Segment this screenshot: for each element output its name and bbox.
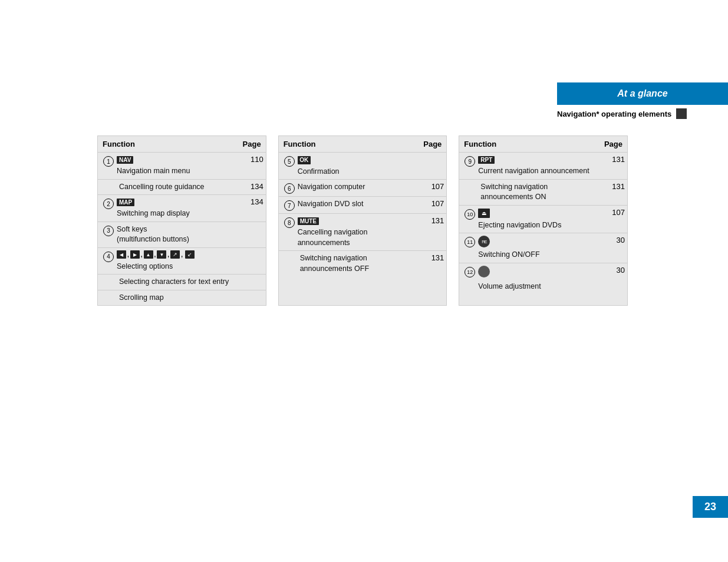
row-num-1: 1 <box>100 155 117 167</box>
table-col-2: Function Page 5 OK Confirmation 6 <box>278 135 447 306</box>
table-header-2: Function Page <box>279 136 447 153</box>
eject-key: ⏏ <box>478 209 490 218</box>
row-func-4: ◀ , ▶ , ▲ , ▼ , ↗ , ↙ Selecting options <box>117 250 242 272</box>
th-function-2: Function <box>284 140 413 148</box>
row-func-2: MAP Switching map display <box>117 197 242 219</box>
rpt-page-1: 131 <box>604 155 627 164</box>
row-num-4: 4 <box>100 250 117 262</box>
arrow-diag: ↗ <box>170 250 180 259</box>
nav-text-1: Navigation main menu <box>117 166 240 177</box>
row-func-5: OK Confirmation <box>298 155 423 177</box>
mute-page-1: 131 <box>423 216 446 225</box>
ok-text: Confirmation <box>298 167 421 177</box>
row-func-8: MUTE Cancelling navigation announcements <box>298 216 423 248</box>
nav-key: NAV <box>117 156 133 164</box>
circle-12: 12 <box>465 267 475 277</box>
nav-computer-text: Navigation computer <box>298 182 421 193</box>
row-func-1: NAV Navigation main menu <box>117 155 242 177</box>
table-row: 9 RPT Current navigation announcement 13… <box>459 153 627 206</box>
circle-4: 4 <box>103 252 114 262</box>
row-func-12: Volume adjustment <box>478 266 604 292</box>
map-text-1: Switching map display <box>117 209 240 219</box>
table-row: 10 ⏏ Ejecting navigation DVDs 107 <box>459 206 627 234</box>
mute-key: MUTE <box>298 217 319 225</box>
table-col-1: Function Page 1 NAV Navigation main menu… <box>97 135 266 306</box>
nav-page-2: 134 <box>242 182 266 191</box>
arrow-keys: ◀ , ▶ , ▲ , ▼ , ↗ , ↙ <box>117 250 240 259</box>
section-title-text: Navigation* operating elements <box>557 110 671 118</box>
row-num-9: 9 <box>462 155 478 167</box>
section-title-box <box>676 108 687 119</box>
row-func-6: Navigation computer <box>298 182 423 193</box>
row-num-2: 2 <box>100 197 117 209</box>
map-key: MAP <box>117 199 134 206</box>
row-func-10: ⏏ Ejecting navigation DVDs <box>478 208 604 231</box>
circle-11: 11 <box>465 237 475 247</box>
circle-3: 3 <box>103 226 114 236</box>
soft-keys-text: Soft keys(multifunction buttons) <box>117 224 240 245</box>
nav-text-2: Cancelling route guidance <box>119 182 240 193</box>
table-row: 1 NAV Navigation main menu 110 Cancellin… <box>98 153 266 195</box>
circle-9: 9 <box>465 156 475 167</box>
row-func-11: P/E Switching ON/OFF <box>478 236 604 260</box>
row-num-8: 8 <box>281 216 298 228</box>
vol-key <box>478 266 490 277</box>
mute-page-2: 131 <box>423 253 446 262</box>
th-page-3: Page <box>593 140 622 148</box>
circle-2: 2 <box>103 199 114 209</box>
row-func-9: RPT Current navigation announcement <box>478 155 604 177</box>
th-page-1: Page <box>232 140 261 148</box>
page-number: 23 <box>693 496 728 518</box>
row-num-11: 11 <box>462 236 478 247</box>
row-num-5: 5 <box>281 155 298 167</box>
at-a-glance-title: At a glance <box>557 82 728 105</box>
table-row: 7 Navigation DVD slot 107 <box>279 197 447 214</box>
rpt-key: RPT <box>478 156 495 164</box>
arrow-left: ◀ <box>117 250 126 259</box>
circle-1: 1 <box>103 156 114 167</box>
eject-page: 107 <box>604 208 627 217</box>
vol-text: Volume adjustment <box>478 282 601 292</box>
circle-5: 5 <box>284 156 295 167</box>
row-num-6: 6 <box>281 182 298 194</box>
circle-7: 7 <box>284 200 295 211</box>
table-row: 5 OK Confirmation <box>279 153 447 180</box>
onoff-page: 30 <box>604 236 627 244</box>
header-banner: At a glance Navigation* operating elemen… <box>557 82 728 123</box>
row-num-3: 3 <box>100 224 117 236</box>
row-func-3: Soft keys(multifunction buttons) <box>117 224 242 245</box>
arrows-text-2: Selecting characters for text entry <box>119 277 240 287</box>
row-func-1b: Cancelling route guidance <box>119 182 242 193</box>
circle-8: 8 <box>284 217 295 228</box>
table-row: 6 Navigation computer 107 <box>279 180 447 197</box>
nav-page-1: 110 <box>242 155 266 164</box>
arrow-up: ▲ <box>144 250 153 259</box>
row-num-10: 10 <box>462 208 478 220</box>
arrows-text-3: Scrolling map <box>119 293 240 303</box>
circle-6: 6 <box>284 183 295 194</box>
row-num-7: 7 <box>281 199 298 211</box>
ok-key: OK <box>298 156 311 164</box>
table-row: 11 P/E Switching ON/OFF 30 <box>459 233 627 263</box>
mute-text-2: Switching navigation announcements OFF <box>300 253 421 274</box>
onoff-text: Switching ON/OFF <box>478 250 601 260</box>
table-row: 4 ◀ , ▶ , ▲ , ▼ , ↗ , ↙ <box>98 248 266 306</box>
vol-page: 30 <box>604 266 627 275</box>
th-function-3: Function <box>464 140 593 148</box>
rpt-text-2: Switching navigation announcements ON <box>480 182 601 203</box>
arrows-text-1: Selecting options <box>117 262 240 272</box>
arrow-right: ▶ <box>130 250 140 259</box>
section-title: Navigation* operating elements <box>557 105 728 123</box>
th-page-2: Page <box>412 140 442 148</box>
table-header-1: Function Page <box>98 136 266 153</box>
rpt-text-1: Current navigation announcement <box>478 166 601 177</box>
nav-computer-page: 107 <box>423 182 446 191</box>
row-func-4b: Selecting characters for text entry <box>119 277 242 287</box>
row-func-7: Navigation DVD slot <box>298 199 423 210</box>
eject-text: Ejecting navigation DVDs <box>478 220 601 231</box>
table-row: 8 MUTE Cancelling navigation announcemen… <box>279 214 447 276</box>
mute-text-1: Cancelling navigation announcements <box>298 227 421 248</box>
row-func-8b: Switching navigation announcements OFF <box>300 253 423 274</box>
row-num-12: 12 <box>462 266 478 277</box>
row-func-9b: Switching navigation announcements ON <box>480 182 604 203</box>
